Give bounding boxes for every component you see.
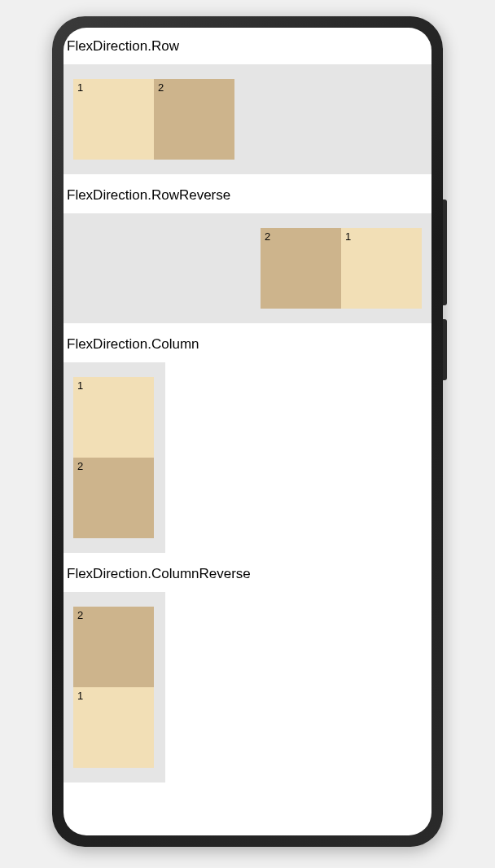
section-title-row-reverse: FlexDirection.RowReverse	[64, 181, 431, 210]
flex-row-box-2: 2	[154, 79, 234, 160]
flex-row-reverse-container: 1 2	[64, 213, 431, 323]
flex-row-reverse-box-2: 2	[261, 228, 341, 309]
flex-row-box-1: 1	[73, 79, 154, 160]
flex-column-box-1: 1	[73, 377, 154, 458]
flex-column-reverse-container: 1 2	[64, 592, 165, 783]
section-title-column-reverse: FlexDirection.ColumnReverse	[64, 559, 431, 589]
section-title-column: FlexDirection.Column	[64, 330, 431, 359]
flex-column-box-2: 2	[73, 458, 154, 538]
device-side-button-1	[443, 199, 447, 305]
device-screen: FlexDirection.Row 1 2 FlexDirection.RowR…	[64, 28, 431, 835]
flex-column-reverse-box-2: 2	[73, 607, 154, 687]
flex-column-container: 1 2	[64, 362, 165, 553]
app-content: FlexDirection.Row 1 2 FlexDirection.RowR…	[64, 32, 431, 783]
flex-row-reverse-box-1: 1	[341, 228, 422, 309]
flex-column-reverse-box-1: 1	[73, 687, 154, 768]
device-side-button-2	[443, 319, 447, 380]
section-title-row: FlexDirection.Row	[64, 32, 431, 61]
flex-row-container: 1 2	[64, 64, 431, 174]
device-frame: FlexDirection.Row 1 2 FlexDirection.RowR…	[52, 16, 443, 847]
